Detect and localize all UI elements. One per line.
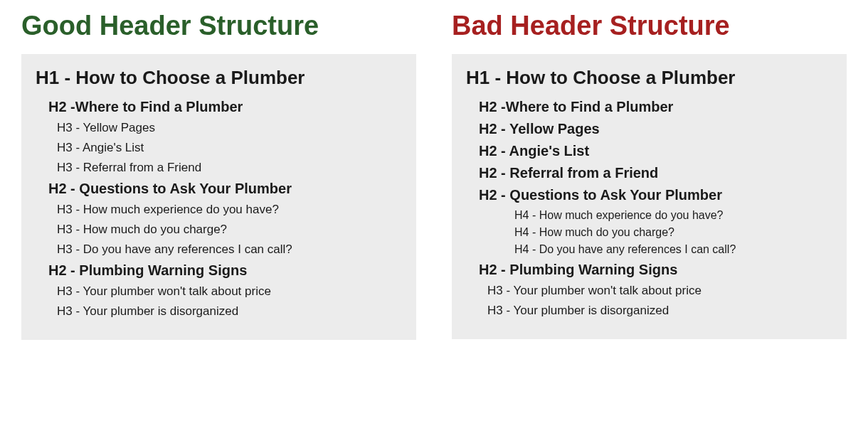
good-column: Good Header Structure H1 - How to Choose… [21,11,416,340]
outline-item: H3 - Your plumber is disorganized [487,304,832,318]
outline-item: H2 - Questions to Ask Your Plumber [479,187,832,203]
outline-item: H3 - Do you have any references I can ca… [57,242,402,257]
outline-item: H2 - Yellow Pages [479,121,832,137]
outline-item: H2 -Where to Find a Plumber [479,99,832,115]
outline-item: H4 - How much experience do you have? [514,209,832,222]
outline-item: H3 - Referral from a Friend [57,161,402,175]
outline-item: H2 -Where to Find a Plumber [48,99,402,115]
outline-item: H2 - Questions to Ask Your Plumber [48,181,402,197]
outline-item: H3 - Yellow Pages [57,121,402,135]
bad-column: Bad Header Structure H1 - How to Choose … [452,11,847,340]
bad-panel: H1 - How to Choose a PlumberH2 -Where to… [452,54,847,339]
outline-item: H3 - Angie's List [57,141,402,155]
outline-item: H3 - How much do you charge? [57,223,402,237]
good-title: Good Header Structure [21,11,416,41]
outline-item: H4 - Do you have any references I can ca… [514,243,832,256]
outline-item: H3 - Your plumber won't talk about price [487,284,832,298]
outline-item: H2 - Angie's List [479,143,832,159]
outline-item: H3 - Your plumber is disorganized [57,304,402,319]
comparison-container: Good Header Structure H1 - How to Choose… [21,11,847,340]
outline-item: H2 - Plumbing Warning Signs [479,262,832,278]
outline-item: H1 - How to Choose a Plumber [466,67,832,89]
outline-item: H1 - How to Choose a Plumber [36,67,402,89]
bad-title: Bad Header Structure [452,11,847,41]
outline-item: H4 - How much do you charge? [514,226,832,239]
outline-item: H2 - Referral from a Friend [479,165,832,181]
good-panel: H1 - How to Choose a PlumberH2 -Where to… [21,54,416,340]
outline-item: H2 - Plumbing Warning Signs [48,262,402,279]
outline-item: H3 - Your plumber won't talk about price [57,284,402,299]
outline-item: H3 - How much experience do you have? [57,203,402,217]
